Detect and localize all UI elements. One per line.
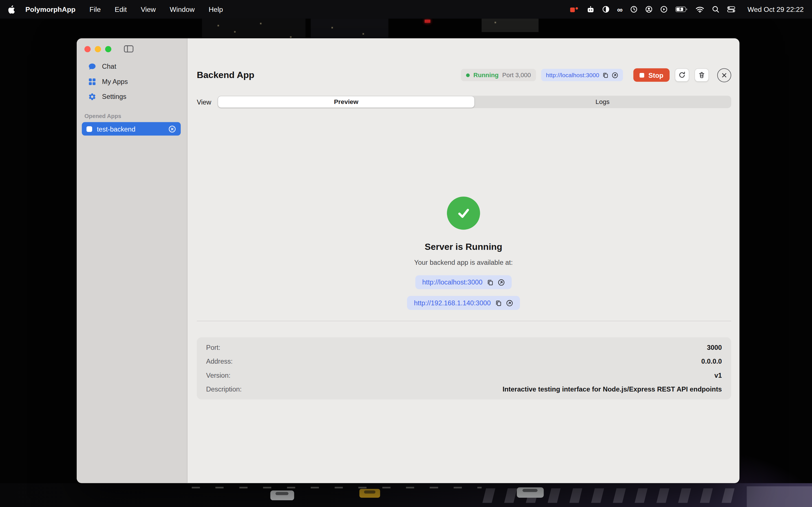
open-external-icon[interactable]	[612, 71, 618, 78]
desktop: PolymorphApp File Edit View Window Help …	[0, 0, 812, 507]
contrast-icon[interactable]	[602, 6, 610, 13]
history-icon[interactable]	[630, 6, 638, 13]
sidebar-nav: Chat My Apps Settings	[83, 59, 181, 104]
server-status-panel: Server is Running Your backend app is av…	[188, 196, 740, 310]
sidebar-item-label: My Apps	[102, 78, 128, 86]
app-details-panel: Port: 3000 Address: 0.0.0.0 Version: v1 …	[197, 337, 731, 399]
opened-app-test-backend[interactable]: test-backend	[82, 122, 181, 135]
wallpaper-sidewalk	[747, 487, 812, 507]
apple-icon[interactable]	[8, 5, 15, 13]
app-header: Backend App Running Port 3,000 http://lo…	[197, 67, 731, 83]
detail-value: 3000	[707, 344, 722, 351]
page-title: Backend App	[197, 69, 254, 80]
wallpaper-lane-markings	[192, 487, 482, 489]
menu-view[interactable]: View	[141, 5, 156, 13]
menu-bar-clock[interactable]: Wed Oct 29 22:22	[748, 5, 804, 13]
main-content: Backend App Running Port 3,000 http://lo…	[188, 38, 740, 483]
detail-row-description: Description: Interactive testing interfa…	[206, 385, 722, 393]
wallpaper-red-sign	[424, 20, 430, 23]
view-switcher: View Preview Logs	[197, 95, 731, 109]
view-label: View	[197, 98, 217, 106]
copy-icon[interactable]	[487, 279, 493, 286]
header-url-link[interactable]: http://localhost:3000	[546, 72, 599, 78]
segmented-control: Preview Logs	[217, 96, 731, 108]
sidebar-item-settings[interactable]: Settings	[83, 89, 181, 104]
menu-edit[interactable]: Edit	[115, 5, 127, 13]
wallpaper-light	[332, 27, 333, 29]
server-status-title: Server is Running	[424, 242, 502, 252]
grid-icon	[88, 77, 96, 86]
wallpaper-light	[260, 23, 262, 24]
check-circle-icon	[447, 196, 480, 230]
sidebar-item-label: Settings	[102, 93, 126, 101]
user-circle-icon[interactable]	[645, 6, 653, 13]
server-url-link[interactable]: http://localhost:3000	[422, 278, 483, 286]
menu-help[interactable]: Help	[209, 5, 223, 13]
sidebar-item-label: Chat	[102, 62, 116, 70]
zoom-window-button[interactable]	[105, 46, 111, 52]
app-window: Chat My Apps Settings Opened Apps	[77, 38, 740, 483]
sidebar-item-chat[interactable]: Chat	[83, 59, 181, 74]
sidebar-toggle-icon[interactable]	[124, 45, 134, 53]
wifi-icon[interactable]	[696, 6, 705, 13]
close-app-icon[interactable]	[168, 125, 176, 133]
wallpaper-light	[234, 31, 236, 33]
status-state: Running	[473, 71, 499, 78]
app-square-icon	[87, 126, 92, 131]
delete-button[interactable]	[695, 68, 709, 82]
menu-file[interactable]: File	[89, 5, 101, 13]
server-url-pill: http://localhost:3000	[416, 275, 511, 289]
close-panel-button[interactable]	[717, 68, 731, 82]
search-icon[interactable]	[712, 6, 719, 13]
open-external-icon[interactable]	[497, 279, 505, 286]
control-center-icon[interactable]	[727, 6, 735, 12]
tab-preview[interactable]: Preview	[218, 96, 474, 108]
detail-label: Port:	[206, 344, 220, 351]
sidebar-item-my-apps[interactable]: My Apps	[83, 74, 181, 89]
menu-bar-app-name[interactable]: PolymorphApp	[26, 5, 75, 13]
menu-bar-status-area: ∞ Wed Oct 29 22:22	[569, 5, 804, 13]
open-external-icon[interactable]	[506, 299, 513, 307]
sidebar: Chat My Apps Settings Opened Apps	[77, 38, 188, 483]
detail-label: Description:	[206, 385, 242, 393]
detail-label: Address:	[206, 357, 233, 365]
detail-value: v1	[714, 372, 722, 379]
wallpaper-light	[217, 25, 219, 26]
chat-bubble-icon	[88, 62, 96, 70]
server-url-pill: http://192.168.1.140:3000	[407, 296, 520, 310]
close-window-button[interactable]	[84, 46, 91, 52]
battery-charging-icon[interactable]	[675, 6, 688, 12]
minimize-window-button[interactable]	[95, 46, 101, 52]
infinity-icon[interactable]: ∞	[617, 5, 623, 13]
menu-bar-left: PolymorphApp File Edit View Window Help	[8, 5, 223, 13]
server-url-link[interactable]: http://192.168.1.140:3000	[414, 299, 491, 307]
detail-label: Version:	[206, 372, 231, 379]
wallpaper-light	[363, 33, 364, 35]
status-badge: Running Port 3,000	[461, 69, 536, 81]
opened-app-label: test-backend	[97, 125, 135, 133]
robot-icon[interactable]	[587, 6, 594, 13]
content-divider	[197, 321, 731, 321]
header-actions: Running Port 3,000 http://localhost:3000	[461, 68, 731, 82]
detail-row-address: Address: 0.0.0.0	[206, 357, 722, 365]
red-widget-icon[interactable]	[569, 6, 579, 13]
stop-button-label: Stop	[649, 71, 663, 79]
detail-row-port: Port: 3000	[206, 344, 722, 351]
detail-row-version: Version: v1	[206, 372, 722, 379]
gear-icon	[88, 93, 96, 101]
copy-icon[interactable]	[495, 299, 502, 306]
tab-logs[interactable]: Logs	[474, 96, 730, 108]
detail-value: Interactive testing interface for Node.j…	[502, 385, 722, 393]
menu-bar-menus: File Edit View Window Help	[89, 5, 223, 13]
wallpaper-billboard	[481, 18, 539, 32]
running-dot-icon	[466, 73, 470, 77]
copy-icon[interactable]	[602, 72, 608, 78]
stop-button[interactable]: Stop	[633, 68, 670, 82]
menu-window[interactable]: Window	[170, 5, 195, 13]
traffic-lights	[84, 46, 111, 52]
play-circle-icon[interactable]	[661, 6, 668, 13]
wallpaper-car-white	[517, 487, 544, 498]
detail-value: 0.0.0.0	[701, 357, 722, 365]
restart-button[interactable]	[675, 68, 689, 82]
stop-square-icon	[640, 73, 645, 77]
